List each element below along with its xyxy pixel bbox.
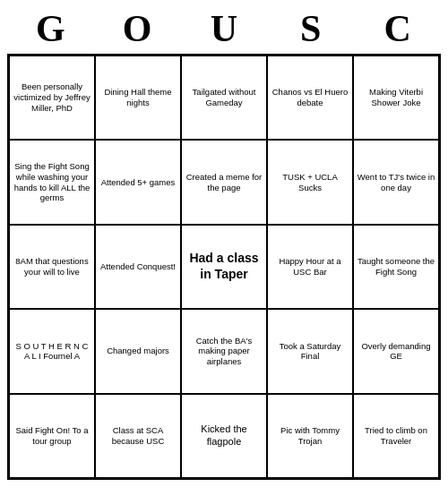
bingo-cell-23[interactable]: Pic with Tommy Trojan (267, 394, 353, 478)
bingo-cell-13[interactable]: Happy Hour at a USC Bar (267, 225, 353, 309)
bingo-cell-11[interactable]: Attended Conquest! (95, 225, 181, 309)
bingo-cell-20[interactable]: Said Fight On! To a tour group (9, 394, 95, 478)
bingo-cell-1[interactable]: Dining Hall theme nights (95, 56, 181, 140)
bingo-cell-0[interactable]: Been personally victimized by Jeffrey Mi… (9, 56, 95, 140)
bingo-cell-19[interactable]: Overly demanding GE (353, 309, 439, 393)
bingo-cell-16[interactable]: Changed majors (95, 309, 181, 393)
bingo-cell-17[interactable]: Catch the BA's making paper airplanes (181, 309, 267, 393)
bingo-cell-4[interactable]: Making Viterbi Shower Joke (353, 56, 439, 140)
letter-c: C (354, 7, 441, 50)
bingo-cell-22[interactable]: Kicked the flagpole (181, 394, 267, 478)
bingo-cell-14[interactable]: Taught someone the Fight Song (353, 225, 439, 309)
bingo-cell-6[interactable]: Attended 5+ games (95, 140, 181, 224)
bingo-cell-18[interactable]: Took a Saturday Final (267, 309, 353, 393)
bingo-title: G O U S C (7, 7, 441, 50)
bingo-cell-2[interactable]: Tailgated without Gameday (181, 56, 267, 140)
letter-g: G (7, 7, 94, 50)
bingo-cell-7[interactable]: Created a meme for the page (181, 140, 267, 224)
bingo-cell-9[interactable]: Went to TJ's twice in one day (353, 140, 439, 224)
bingo-cell-21[interactable]: Class at SCA because USC (95, 394, 181, 478)
letter-u: U (181, 7, 268, 50)
bingo-cell-24[interactable]: Tried to climb on Traveler (353, 394, 439, 478)
bingo-cell-15[interactable]: S O U T H E R N C A L I Fournel A (9, 309, 95, 393)
bingo-cell-12[interactable]: Had a class in Taper (181, 225, 267, 309)
letter-o: O (94, 7, 181, 50)
letter-s: S (267, 7, 354, 50)
bingo-cell-5[interactable]: Sing the Fight Song while washing your h… (9, 140, 95, 224)
bingo-cell-10[interactable]: 8AM that questions your will to live (9, 225, 95, 309)
bingo-cell-3[interactable]: Chanos vs El Huero debate (267, 56, 353, 140)
bingo-grid: Been personally victimized by Jeffrey Mi… (7, 54, 441, 480)
bingo-cell-8[interactable]: TUSK + UCLA Sucks (267, 140, 353, 224)
